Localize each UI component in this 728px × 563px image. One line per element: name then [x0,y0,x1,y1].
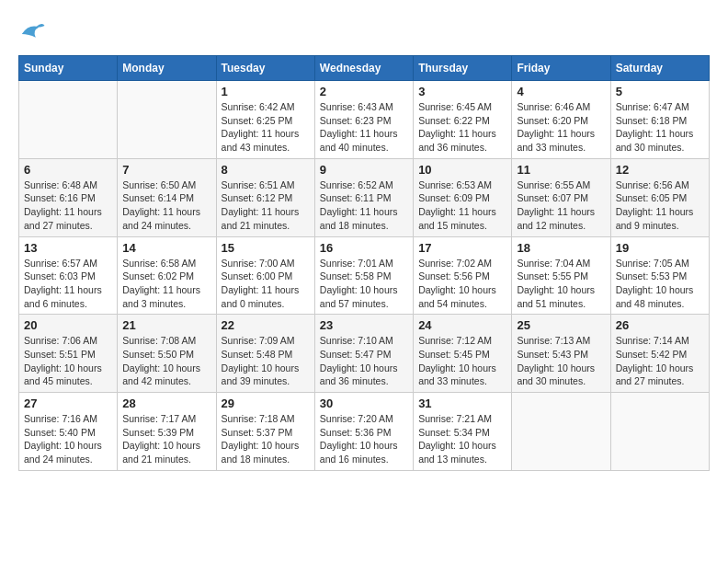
calendar-cell: 23Sunrise: 7:10 AM Sunset: 5:47 PM Dayli… [314,315,413,393]
day-info: Sunrise: 6:51 AM Sunset: 6:12 PM Dayligh… [222,178,310,233]
day-info: Sunrise: 7:02 AM Sunset: 5:56 PM Dayligh… [418,257,506,311]
calendar-week-row: 6Sunrise: 6:48 AM Sunset: 6:16 PM Daylig… [19,158,710,236]
day-number: 13 [24,241,112,255]
calendar-cell: 7Sunrise: 6:50 AM Sunset: 6:14 PM Daylig… [118,158,216,236]
calendar-week-row: 20Sunrise: 7:06 AM Sunset: 5:51 PM Dayli… [19,315,710,393]
calendar-table: SundayMondayTuesdayWednesdayThursdayFrid… [18,55,710,471]
day-number: 5 [616,85,704,98]
calendar-cell: 12Sunrise: 6:56 AM Sunset: 6:05 PM Dayli… [610,158,709,236]
day-number: 29 [222,396,310,410]
weekday-header: Saturday [610,56,709,81]
day-number: 2 [320,85,408,98]
calendar-cell: 9Sunrise: 6:52 AM Sunset: 6:11 PM Daylig… [314,158,413,236]
day-number: 20 [24,318,112,332]
day-info: Sunrise: 6:48 AM Sunset: 6:16 PM Dayligh… [24,178,112,233]
day-number: 10 [418,163,506,177]
day-number: 15 [222,241,310,255]
day-number: 16 [320,241,408,255]
day-number: 30 [320,396,408,410]
calendar-cell [19,81,118,159]
calendar-cell: 28Sunrise: 7:17 AM Sunset: 5:39 PM Dayli… [118,393,216,471]
day-info: Sunrise: 7:01 AM Sunset: 5:58 PM Dayligh… [320,257,408,311]
logo-bird-icon [18,18,46,46]
calendar-cell: 8Sunrise: 6:51 AM Sunset: 6:12 PM Daylig… [216,158,314,236]
calendar-cell: 1Sunrise: 6:42 AM Sunset: 6:25 PM Daylig… [216,81,314,159]
calendar-cell: 5Sunrise: 6:47 AM Sunset: 6:18 PM Daylig… [610,81,709,159]
day-info: Sunrise: 6:55 AM Sunset: 6:07 PM Dayligh… [517,178,605,233]
day-number: 6 [24,163,112,177]
day-info: Sunrise: 7:00 AM Sunset: 6:00 PM Dayligh… [222,257,310,311]
day-number: 28 [122,396,210,410]
calendar-cell [610,393,709,471]
calendar-cell: 10Sunrise: 6:53 AM Sunset: 6:09 PM Dayli… [414,158,512,236]
day-info: Sunrise: 6:42 AM Sunset: 6:25 PM Dayligh… [222,100,310,155]
day-number: 9 [320,163,408,177]
calendar-cell [118,81,216,159]
calendar-cell: 13Sunrise: 6:57 AM Sunset: 6:03 PM Dayli… [19,236,118,315]
calendar-week-row: 13Sunrise: 6:57 AM Sunset: 6:03 PM Dayli… [19,236,710,315]
calendar-cell: 6Sunrise: 6:48 AM Sunset: 6:16 PM Daylig… [19,158,118,236]
day-info: Sunrise: 7:06 AM Sunset: 5:51 PM Dayligh… [24,334,112,388]
calendar-week-row: 1Sunrise: 6:42 AM Sunset: 6:25 PM Daylig… [19,81,710,159]
calendar-cell: 29Sunrise: 7:18 AM Sunset: 5:37 PM Dayli… [216,393,314,471]
weekday-header: Wednesday [314,56,413,81]
weekday-header: Thursday [414,56,512,81]
calendar-cell: 4Sunrise: 6:46 AM Sunset: 6:20 PM Daylig… [512,81,610,159]
day-info: Sunrise: 7:10 AM Sunset: 5:47 PM Dayligh… [320,334,408,388]
calendar-cell: 31Sunrise: 7:21 AM Sunset: 5:34 PM Dayli… [414,393,512,471]
calendar-cell: 17Sunrise: 7:02 AM Sunset: 5:56 PM Dayli… [414,236,512,315]
calendar-cell: 14Sunrise: 6:58 AM Sunset: 6:02 PM Dayli… [118,236,216,315]
day-number: 7 [122,163,210,177]
day-number: 12 [616,163,704,177]
day-info: Sunrise: 7:05 AM Sunset: 5:53 PM Dayligh… [616,257,704,311]
day-number: 19 [616,241,704,255]
calendar-week-row: 27Sunrise: 7:16 AM Sunset: 5:40 PM Dayli… [19,393,710,471]
day-info: Sunrise: 6:45 AM Sunset: 6:22 PM Dayligh… [418,100,506,155]
calendar-cell: 2Sunrise: 6:43 AM Sunset: 6:23 PM Daylig… [314,81,413,159]
calendar-header: SundayMondayTuesdayWednesdayThursdayFrid… [19,56,710,81]
day-info: Sunrise: 7:20 AM Sunset: 5:36 PM Dayligh… [320,412,408,466]
day-number: 25 [517,318,605,332]
day-info: Sunrise: 7:09 AM Sunset: 5:48 PM Dayligh… [222,334,310,388]
day-number: 18 [517,241,605,255]
day-number: 1 [222,85,310,98]
calendar-cell: 26Sunrise: 7:14 AM Sunset: 5:42 PM Dayli… [610,315,709,393]
day-info: Sunrise: 7:14 AM Sunset: 5:42 PM Dayligh… [616,334,704,388]
day-info: Sunrise: 7:12 AM Sunset: 5:45 PM Dayligh… [418,334,506,388]
day-info: Sunrise: 6:50 AM Sunset: 6:14 PM Dayligh… [122,178,210,233]
day-info: Sunrise: 6:47 AM Sunset: 6:18 PM Dayligh… [616,100,704,155]
day-info: Sunrise: 6:53 AM Sunset: 6:09 PM Dayligh… [418,178,506,233]
calendar-cell: 11Sunrise: 6:55 AM Sunset: 6:07 PM Dayli… [512,158,610,236]
day-info: Sunrise: 6:46 AM Sunset: 6:20 PM Dayligh… [517,100,605,155]
calendar-cell: 20Sunrise: 7:06 AM Sunset: 5:51 PM Dayli… [19,315,118,393]
calendar-cell: 24Sunrise: 7:12 AM Sunset: 5:45 PM Dayli… [414,315,512,393]
day-number: 23 [320,318,408,332]
weekday-header: Sunday [19,56,118,81]
weekday-header: Friday [512,56,610,81]
day-info: Sunrise: 6:52 AM Sunset: 6:11 PM Dayligh… [320,178,408,233]
day-number: 26 [616,318,704,332]
calendar-cell: 25Sunrise: 7:13 AM Sunset: 5:43 PM Dayli… [512,315,610,393]
logo [18,18,50,46]
day-info: Sunrise: 7:18 AM Sunset: 5:37 PM Dayligh… [222,412,310,466]
calendar-cell: 22Sunrise: 7:09 AM Sunset: 5:48 PM Dayli… [216,315,314,393]
day-number: 14 [122,241,210,255]
day-info: Sunrise: 7:21 AM Sunset: 5:34 PM Dayligh… [418,412,506,466]
calendar-cell: 18Sunrise: 7:04 AM Sunset: 5:55 PM Dayli… [512,236,610,315]
calendar-cell: 27Sunrise: 7:16 AM Sunset: 5:40 PM Dayli… [19,393,118,471]
weekday-header: Tuesday [216,56,314,81]
day-info: Sunrise: 7:08 AM Sunset: 5:50 PM Dayligh… [122,334,210,388]
day-number: 3 [418,85,506,98]
weekday-header: Monday [118,56,216,81]
day-info: Sunrise: 7:17 AM Sunset: 5:39 PM Dayligh… [122,412,210,466]
calendar-cell: 16Sunrise: 7:01 AM Sunset: 5:58 PM Dayli… [314,236,413,315]
day-info: Sunrise: 7:13 AM Sunset: 5:43 PM Dayligh… [517,334,605,388]
day-info: Sunrise: 7:04 AM Sunset: 5:55 PM Dayligh… [517,257,605,311]
day-info: Sunrise: 6:56 AM Sunset: 6:05 PM Dayligh… [616,178,704,233]
day-number: 27 [24,396,112,410]
day-number: 11 [517,163,605,177]
day-number: 17 [418,241,506,255]
calendar-cell: 15Sunrise: 7:00 AM Sunset: 6:00 PM Dayli… [216,236,314,315]
calendar-cell: 30Sunrise: 7:20 AM Sunset: 5:36 PM Dayli… [314,393,413,471]
day-number: 4 [517,85,605,98]
